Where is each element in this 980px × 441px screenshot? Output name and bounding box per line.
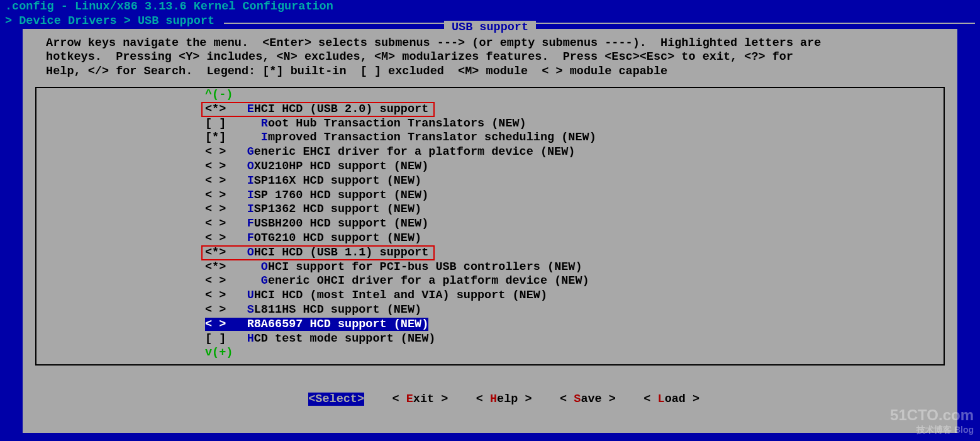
help-text: Arrow keys navigate the menu. <Enter> se…	[35, 29, 945, 83]
menu-item[interactable]: [ ] HCD test mode support (NEW)	[205, 332, 936, 347]
menu-item[interactable]: < > SL811HS HCD support (NEW)	[205, 303, 936, 318]
breadcrumb: > Device Drivers > USB support	[5, 14, 221, 29]
menu-item[interactable]: < > ISP1362 HCD support (NEW)	[205, 203, 936, 217]
dialog-title: USB support	[444, 21, 536, 35]
menu-item[interactable]: < > R8A66597 HCD support (NEW)	[205, 318, 936, 332]
menu-frame: ^(-) <*> EHCI HCD (USB 2.0) support[ ] R…	[35, 87, 945, 366]
window-title: .config - Linux/x86 3.13.6 Kernel Config…	[0, 0, 980, 14]
menu-item[interactable]: [*] Improved Transaction Translator sche…	[205, 131, 936, 145]
menu-item[interactable]: < > OXU210HP HCD support (NEW)	[205, 160, 936, 174]
menu-list[interactable]: <*> EHCI HCD (USB 2.0) support[ ] Root H…	[44, 103, 936, 347]
menu-item[interactable]: < > Generic EHCI driver for a platform d…	[205, 145, 936, 160]
select-button[interactable]: <Select>	[308, 393, 364, 406]
menu-item[interactable]: <*> OHCI support for PCI-bus USB control…	[205, 260, 936, 275]
menu-item[interactable]: < > ISP116X HCD support (NEW)	[205, 174, 936, 189]
breadcrumb-rule	[224, 23, 975, 24]
menu-item[interactable]: < > UHCI HCD (most Intel and VIA) suppor…	[205, 289, 936, 303]
load-button[interactable]: < Load >	[643, 393, 699, 406]
menu-item[interactable]: <*> EHCI HCD (USB 2.0) support	[205, 103, 936, 117]
scroll-down-indicator[interactable]: v(+)	[44, 346, 936, 360]
menu-item[interactable]: [ ] Root Hub Transaction Translators (NE…	[205, 117, 936, 131]
save-button[interactable]: < Save >	[560, 393, 616, 406]
exit-button[interactable]: < Exit >	[393, 393, 448, 406]
menu-item[interactable]: < > ISP 1760 HCD support (NEW)	[205, 189, 936, 203]
dialog-window: USB support Arrow keys navigate the menu…	[23, 29, 957, 433]
menu-item[interactable]: < > Generic OHCI driver for a platform d…	[205, 274, 936, 289]
menu-item[interactable]: <*> OHCI HCD (USB 1.1) support	[205, 246, 936, 260]
button-bar: <Select> < Exit > < Help > < Save > < Lo…	[35, 366, 945, 421]
menu-item[interactable]: < > FOTG210 HCD support (NEW)	[205, 232, 936, 246]
scroll-up-indicator[interactable]: ^(-)	[44, 88, 936, 103]
bottom-border	[0, 439, 980, 441]
help-button[interactable]: < Help >	[476, 393, 532, 406]
menu-item[interactable]: < > FUSBH200 HCD support (NEW)	[205, 217, 936, 232]
